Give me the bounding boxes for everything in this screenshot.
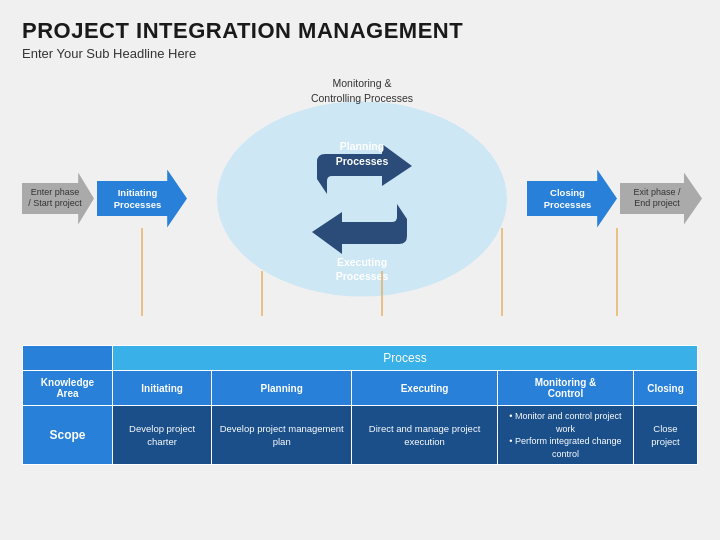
scope-planning-cell: Develop project management plan	[212, 406, 352, 465]
planning-label: Planning Processes	[336, 139, 389, 168]
col-headers-row: KnowledgeArea Initiating Planning Execut…	[23, 371, 698, 406]
closing-arrow: Closing Processes	[527, 170, 617, 228]
scope-row: Scope Develop project charter Develop pr…	[23, 406, 698, 465]
exit-phase-text: Exit phase / End project	[623, 187, 691, 210]
col-header-executing: Executing	[352, 371, 498, 406]
initiating-arrow: Initiating Processes	[97, 170, 187, 228]
scope-monitoring-cell: • Monitor and control project work • Per…	[497, 406, 633, 465]
col-header-monitoring: Monitoring &Control	[497, 371, 633, 406]
process-header-row: Process	[23, 346, 698, 371]
empty-header-cell	[23, 346, 113, 371]
scope-closing-cell: Close project	[634, 406, 698, 465]
title: PROJECT INTEGRATION MANAGEMENT	[22, 18, 698, 44]
col-header-initiating: Initiating	[113, 371, 212, 406]
knowledge-area-header: KnowledgeArea	[23, 371, 113, 406]
col-header-closing: Closing	[634, 371, 698, 406]
subtitle: Enter Your Sub Headline Here	[22, 46, 698, 61]
col-header-planning: Planning	[212, 371, 352, 406]
scope-initiating-cell: Develop project charter	[113, 406, 212, 465]
enter-phase-text: Enter phase / Start project	[25, 187, 85, 210]
exit-phase-arrow: Exit phase / End project	[620, 173, 702, 225]
scope-label: Scope	[23, 406, 113, 465]
monitoring-label: Monitoring & Controlling Processes	[311, 76, 413, 105]
slide: PROJECT INTEGRATION MANAGEMENT Enter You…	[0, 0, 720, 540]
process-table: Process KnowledgeArea Initiating Plannin…	[22, 345, 698, 465]
closing-text: Closing Processes	[530, 186, 605, 211]
initiating-text: Initiating Processes	[100, 186, 175, 211]
scope-executing-cell: Direct and manage project execution	[352, 406, 498, 465]
process-header-cell: Process	[113, 346, 698, 371]
enter-phase-arrow: Enter phase / Start project	[22, 173, 94, 225]
table-area: Process KnowledgeArea Initiating Plannin…	[0, 345, 720, 540]
diagram: Monitoring & Controlling Processes Plann…	[22, 71, 702, 326]
executing-label: Executing Processes	[336, 255, 389, 284]
